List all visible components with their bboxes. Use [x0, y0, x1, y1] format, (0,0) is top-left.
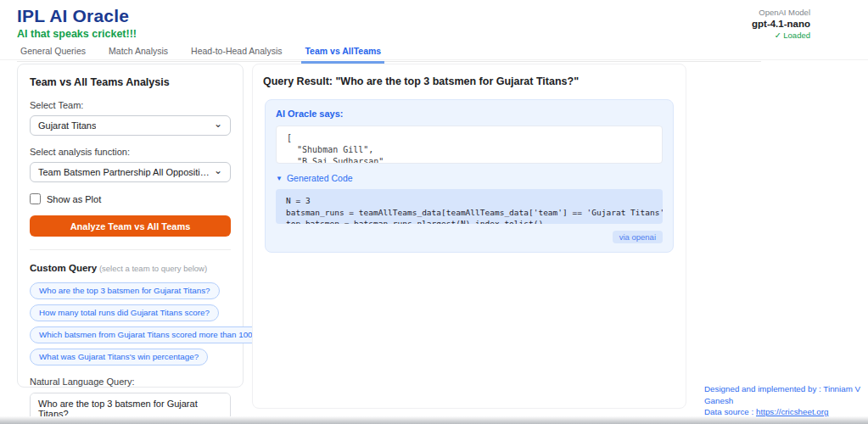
window-bottom-edge — [0, 416, 868, 424]
team-select-value: Gujarat Titans — [38, 120, 96, 131]
generated-code-toggle[interactable]: ▼ Generated Code — [276, 173, 663, 183]
suggested-query-pill[interactable]: What was Gujarat Titans's win percentage… — [30, 349, 208, 365]
custom-query-header: Custom Query (select a team to query bel… — [30, 259, 231, 275]
tab-general-queries[interactable]: General Queries — [17, 44, 89, 61]
analyze-button[interactable]: Analyze Team vs All Teams — [30, 215, 231, 237]
header-divider — [0, 59, 868, 60]
suggested-query-pill[interactable]: How many total runs did Gujarat Titans s… — [30, 304, 219, 321]
oracle-says-label: AI Oracle says: — [276, 109, 663, 119]
tab-match-analysis[interactable]: Match Analysis — [105, 44, 171, 61]
answer-json-box: [ "Shubman Gill", "B Sai Sudharsan", "DA… — [276, 126, 663, 164]
suggested-query-pill[interactable]: Which batsmen from Gujarat Titans scored… — [30, 326, 285, 343]
model-info: OpenAI Model gpt-4.1-nano ✓ Loaded — [752, 8, 810, 40]
show-as-plot-checkbox[interactable] — [30, 193, 41, 204]
footer-credit: Designed and implemented by : Tinniam V … — [704, 383, 868, 406]
oracle-response-panel: AI Oracle says: [ "Shubman Gill", "B Sai… — [265, 99, 674, 253]
tab-team-vs-allteams[interactable]: Team vs AllTeams — [301, 44, 384, 61]
sidebar-heading: Team vs All Teams Analysis — [30, 76, 231, 88]
app-title: IPL AI Oracle — [17, 6, 129, 26]
analysis-sidebar: Team vs All Teams Analysis Select Team: … — [17, 64, 244, 388]
datasource-link[interactable]: https://cricsheet.org — [756, 407, 829, 416]
app-subtitle: AI that speaks cricket!!! — [17, 28, 137, 40]
generated-code-box: N = 3 batsman_runs = teamAllTeams_data[t… — [276, 189, 663, 224]
nlq-label: Natural Language Query: — [30, 377, 231, 387]
footer-datasource-label: Data source : — [704, 407, 756, 416]
provider-badge: via openai — [613, 231, 663, 243]
query-result-heading: Query Result: "Who are the top 3 batsmen… — [263, 75, 675, 87]
suggested-query-pill[interactable]: Who are the top 3 batsmen for Gujarat Ti… — [30, 282, 220, 299]
function-select-label: Select analysis function: — [30, 147, 231, 157]
function-select-value: Team Batsmen Partnership All Opposition … — [38, 167, 214, 177]
show-as-plot-label[interactable]: Show as Plot — [47, 194, 101, 204]
team-select[interactable]: Gujarat Titans ⌄ — [30, 115, 231, 136]
team-select-label: Select Team: — [30, 100, 231, 110]
custom-query-hint: (select a team to query below) — [97, 264, 207, 273]
collapse-triangle-icon: ▼ — [276, 174, 283, 181]
custom-query-title: Custom Query — [30, 263, 97, 273]
tab-head-to-head-analysis[interactable]: Head-to-Head Analysis — [188, 44, 285, 61]
analysis-function-select[interactable]: Team Batsmen Partnership All Opposition … — [30, 162, 231, 182]
app-window: IPL AI Oracle AI that speaks cricket!!! … — [0, 0, 868, 424]
result-area: Query Result: "Who are the top 3 batsmen… — [252, 64, 686, 409]
chevron-down-icon: ⌄ — [214, 119, 222, 129]
plot-checkbox-row: Show as Plot — [30, 193, 231, 204]
model-label: OpenAI Model — [752, 8, 810, 17]
chevron-down-icon: ⌄ — [214, 165, 222, 176]
generated-code-label: Generated Code — [287, 173, 353, 183]
sidebar-divider — [30, 249, 231, 250]
model-status-badge: ✓ Loaded — [752, 31, 810, 40]
model-name: gpt-4.1-nano — [752, 19, 810, 29]
